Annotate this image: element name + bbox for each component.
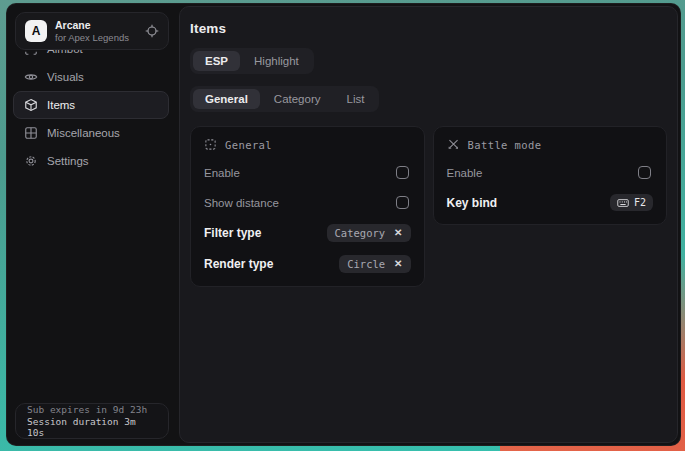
clear-icon[interactable]: ✕ — [394, 228, 402, 238]
setting-row-enable: Enable — [447, 164, 654, 181]
misc-grid-icon — [24, 126, 38, 140]
app-name: Arcane — [55, 19, 137, 32]
setting-label: Key bind — [447, 196, 498, 210]
key-bind-value: F2 — [634, 197, 646, 208]
sidebar-item-label: Items — [47, 99, 75, 111]
battle-enable-checkbox[interactable] — [638, 166, 651, 179]
tab-general[interactable]: General — [193, 89, 260, 109]
settings-gear-icon — [24, 154, 38, 168]
sidebar-item-label: Miscellaneous — [47, 127, 120, 139]
sidebar-item-settings[interactable]: Settings — [13, 147, 169, 175]
setting-row-key-bind: Key bind F2 — [447, 194, 654, 211]
show-distance-checkbox[interactable] — [396, 196, 409, 209]
sidebar-item-label: Visuals — [47, 71, 84, 83]
tab-category[interactable]: Category — [262, 89, 333, 109]
setting-row-filter-type: Filter type Category ✕ — [204, 224, 411, 242]
select-value: Circle — [347, 258, 385, 270]
arcane-menu-window: A Arcane for Apex Legends Category — [6, 3, 681, 446]
app-header-card: A Arcane for Apex Legends — [15, 12, 169, 50]
card-title: General — [225, 139, 272, 151]
battle-mode-card: Battle mode Enable Key bind — [433, 126, 668, 225]
filter-type-select[interactable]: Category ✕ — [327, 224, 411, 242]
sidebar: A Arcane for Apex Legends Category — [7, 4, 174, 445]
card-title: Battle mode — [468, 139, 542, 151]
general-settings-card: General Enable Show distance Filter type… — [190, 126, 425, 287]
tab-esp[interactable]: ESP — [193, 51, 240, 71]
general-frame-icon — [204, 138, 217, 151]
setting-label: Show distance — [204, 197, 279, 209]
sub-expires-text: Sub expires in 9d 23h — [27, 404, 157, 415]
app-logo: A — [25, 20, 47, 42]
tab-highlight[interactable]: Highlight — [242, 51, 311, 71]
sidebar-item-miscellaneous[interactable]: Miscellaneous — [13, 119, 169, 147]
items-box-icon — [24, 98, 38, 112]
enable-checkbox[interactable] — [396, 166, 409, 179]
page-title: Items — [190, 21, 667, 36]
setting-label: Render type — [204, 257, 273, 271]
app-subtitle: for Apex Legends — [55, 32, 137, 44]
clear-icon[interactable]: ✕ — [394, 259, 402, 269]
setting-row-render-type: Render type Circle ✕ — [204, 255, 411, 273]
crosshair-target-icon[interactable] — [145, 24, 159, 38]
setting-row-enable: Enable — [204, 164, 411, 181]
visuals-eye-icon — [24, 70, 38, 84]
sidebar-item-visuals[interactable]: Visuals — [13, 63, 169, 91]
tab-list[interactable]: List — [335, 89, 377, 109]
setting-label: Enable — [204, 167, 240, 179]
setting-row-show-distance: Show distance — [204, 194, 411, 211]
keyboard-icon — [617, 198, 629, 208]
sidebar-nav: Aimbot Visuals Items — [7, 35, 174, 175]
session-duration-text: Session duration 3m 10s — [27, 416, 157, 438]
setting-label: Filter type — [204, 226, 261, 240]
select-value: Category — [335, 227, 386, 239]
sub-tabbar: General Category List — [190, 86, 379, 112]
setting-label: Enable — [447, 167, 483, 179]
mode-tabbar: ESP Highlight — [190, 48, 314, 74]
sidebar-item-items[interactable]: Items — [13, 91, 169, 119]
battle-mode-swords-icon — [447, 138, 460, 151]
key-bind-button[interactable]: F2 — [610, 194, 653, 211]
sidebar-item-label: Settings — [47, 155, 89, 167]
subscription-footer-card: Sub expires in 9d 23h Session duration 3… — [15, 403, 169, 439]
render-type-select[interactable]: Circle ✕ — [339, 255, 410, 273]
main-panel: Items ESP Highlight General Category Lis… — [179, 6, 678, 443]
